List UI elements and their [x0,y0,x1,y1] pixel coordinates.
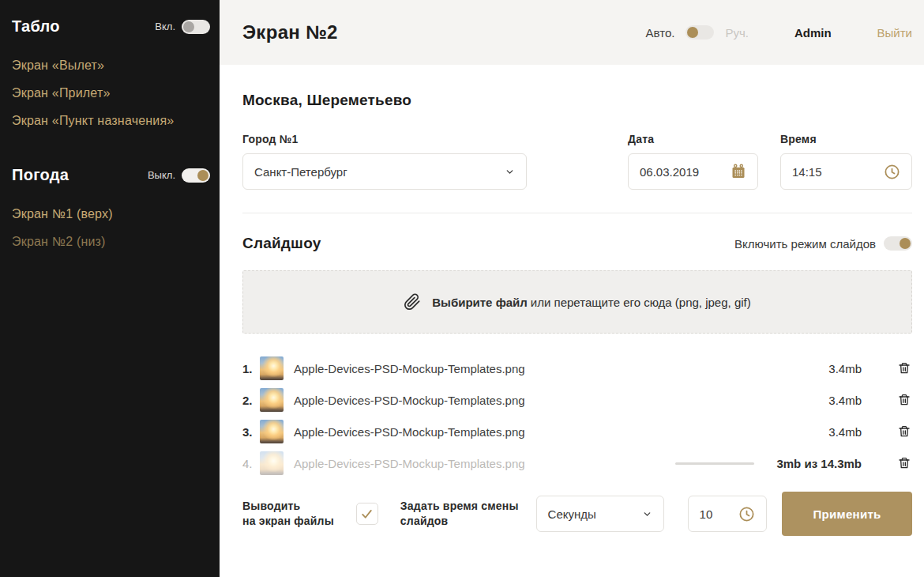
slideshow-controls: Выводить на экран файлы Задать время сме… [242,492,912,536]
file-row: 3. Apple-Devices-PSD-Mockup-Templates.pn… [242,416,912,447]
user-name: Admin [794,26,832,40]
file-number: 2. [242,394,260,407]
file-number: 1. [242,362,260,375]
file-row-uploading: 4. Apple-Devices-PSD-Mockup-Templates.pn… [242,447,912,479]
upload-progress-bar [675,462,754,465]
city-select-value: Санкт-Петербург [254,165,347,179]
date-input-box [628,153,758,190]
interval-unit-select[interactable]: Секунды [536,496,664,532]
calendar-icon[interactable] [731,164,746,179]
sidebar-item-arrival-screen[interactable]: Экран «Прилет» [12,79,210,107]
location-form: Город №1 Санкт-Петербург Дата [242,133,912,190]
topbar: Экран №2 Авто. Руч. Admin Выйти [220,0,924,65]
delete-file-button[interactable] [898,360,912,376]
slide-interval-label-line1: Задать время смены [400,500,519,512]
slideshow-enable-toggle[interactable] [884,236,912,251]
date-input[interactable] [640,165,731,179]
file-name: Apple-Devices-PSD-Mockup-Templates.png [294,394,525,407]
apply-button[interactable]: Применить [782,492,912,536]
page-title: Экран №2 [242,21,338,43]
file-name: Apple-Devices-PSD-Mockup-Templates.png [294,425,525,439]
output-files-label-line1: Выводить [242,500,300,512]
file-upload-dropzone[interactable]: Выбирите файлили перетащите его сюда (pn… [242,270,912,334]
mode-manual-label: Руч. [725,26,749,40]
slide-interval-label-line2: слайдов [400,515,449,527]
weather-nav: Экран №1 (верх) Экран №2 (низ) [12,200,210,255]
output-files-label: Выводить на экран файлы [242,499,334,529]
toggle-knob [687,27,698,38]
upload-choose-file-label: Выбирите файл [432,296,528,309]
board-toggle[interactable] [182,20,210,34]
upload-hint-label: или перетащите его сюда (png, jpeg, gif) [531,296,751,309]
file-name: Apple-Devices-PSD-Mockup-Templates.png [294,362,525,375]
file-size: 3.4mb [814,394,862,407]
weather-section-title: Погода [12,166,69,184]
mode-toggle[interactable] [685,25,714,40]
chevron-down-icon [505,167,515,177]
board-nav: Экран «Вылет» Экран «Прилет» Экран «Пунк… [12,51,210,134]
logout-link[interactable]: Выйти [877,26,912,40]
file-thumbnail [260,451,284,475]
chevron-down-icon [642,509,652,519]
section-divider [242,213,912,213]
toggle-knob [183,21,194,32]
file-list: 1. Apple-Devices-PSD-Mockup-Templates.pn… [242,353,912,479]
sidebar-section-board: Табло Вкл. [12,17,210,36]
sidebar: Табло Вкл. Экран «Вылет» Экран «Прилет» … [0,0,220,577]
location-heading: Москва, Шереметьево [242,92,912,109]
file-row: 2. Apple-Devices-PSD-Mockup-Templates.pn… [242,384,912,416]
file-name: Apple-Devices-PSD-Mockup-Templates.png [294,457,525,470]
file-row: 1. Apple-Devices-PSD-Mockup-Templates.pn… [242,353,912,384]
content: Москва, Шереметьево Город №1 Санкт-Петер… [220,65,924,536]
clock-icon[interactable] [884,164,900,180]
main-area: Экран №2 Авто. Руч. Admin Выйти Москва, … [220,0,924,577]
board-toggle-label: Вкл. [155,21,175,32]
delete-file-button[interactable] [898,424,912,439]
weather-toggle[interactable] [182,168,210,183]
time-input[interactable] [792,165,884,179]
output-files-label-line2: на экран файлы [242,515,334,527]
slideshow-enable-label: Включить режим слайдов [734,237,876,251]
date-label: Дата [628,133,758,145]
file-thumbnail [260,356,284,380]
clock-icon[interactable] [738,506,755,522]
sidebar-item-departure-screen[interactable]: Экран «Вылет» [12,51,210,79]
sidebar-item-screen-1-top[interactable]: Экран №1 (верх) [12,200,210,228]
file-number: 3. [242,425,260,439]
file-size: 3.4mb [814,425,862,439]
file-thumbnail [260,420,284,443]
file-thumbnail [260,388,284,412]
delete-file-button[interactable] [898,392,912,408]
time-label: Время [780,133,912,145]
output-files-checkbox[interactable] [356,503,378,525]
board-section-title: Табло [12,17,60,36]
interval-unit-value: Секунды [548,507,596,521]
toggle-knob [197,170,208,181]
toggle-knob [900,238,911,249]
paperclip-icon [404,293,421,311]
sidebar-item-destination-screen[interactable]: Экран «Пункт назначения» [12,107,210,134]
city-label: Город №1 [242,133,527,145]
file-number: 4. [242,457,260,470]
sidebar-item-screen-2-bottom[interactable]: Экран №2 (низ) [12,228,210,255]
slideshow-heading: Слайдшоу [242,235,321,252]
time-input-box [780,153,912,190]
file-size: 3.4mb [814,362,862,375]
mode-auto-label: Авто. [646,26,675,40]
delete-file-button[interactable] [898,455,912,471]
slide-interval-label: Задать время смены слайдов [400,499,519,529]
interval-value-box [688,496,767,532]
sidebar-section-weather: Погода Выкл. [12,166,210,184]
city-select[interactable]: Санкт-Петербург [242,153,527,190]
file-upload-size: 3mb из 14.3mb [776,457,862,470]
slideshow-header: Слайдшоу Включить режим слайдов [242,235,912,252]
weather-toggle-label: Выкл. [148,169,175,181]
interval-value-input[interactable] [700,507,738,521]
